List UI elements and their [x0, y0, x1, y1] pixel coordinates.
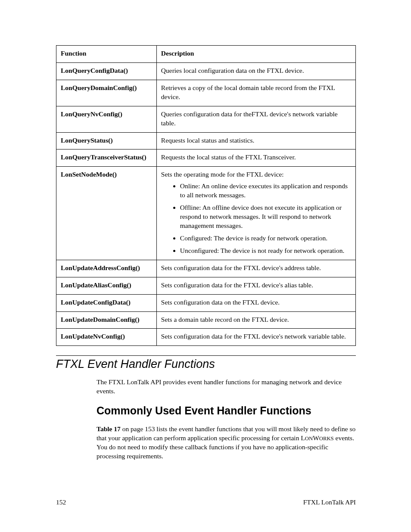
table-row: LonSetNodeMode() Sets the operating mode… [56, 167, 356, 260]
table-row: LonQueryTransceiverStatus() Requests the… [56, 149, 356, 167]
api-functions-table: Function Description LonQueryConfigData(… [56, 45, 356, 346]
fn-desc: Requests the local status of the FTXL Tr… [156, 149, 355, 167]
fn-desc: Queries local configuration data on the … [156, 62, 355, 80]
col-header-function: Function [56, 46, 157, 63]
subsection-title: Commonly Used Event Handler Functions [97, 404, 356, 418]
footer-title: FTXL LonTalk API [303, 498, 356, 506]
col-header-description: Description [156, 46, 355, 63]
fn-desc: Sets configuration data for the FTXL dev… [156, 329, 355, 346]
section-intro: The FTXL LonTalk API provides event hand… [97, 378, 356, 396]
fn-desc: Sets configuration data for the FTXL dev… [156, 260, 355, 277]
fn-name: LonQueryNvConfig() [56, 106, 157, 132]
table-row: LonUpdateAliasConfig() Sets configuratio… [56, 277, 356, 294]
fn-name: LonSetNodeMode() [56, 167, 157, 260]
list-item: Offline: An offline device does not exec… [180, 203, 351, 230]
table-row: LonUpdateNvConfig() Sets configuration d… [56, 329, 356, 346]
table-row: LonUpdateDomainConfig() Sets a domain ta… [56, 311, 356, 329]
fn-name: LonQueryStatus() [56, 132, 157, 149]
table-row: LonUpdateConfigData() Sets configuration… [56, 294, 356, 311]
table-row: LonQueryDomainConfig() Retrieves a copy … [56, 80, 356, 106]
fn-desc: Sets configuration data for the FTXL dev… [156, 277, 355, 294]
section-body: The FTXL LonTalk API provides event hand… [97, 378, 356, 461]
page-footer: 152 FTXL LonTalk API [56, 498, 356, 506]
fn-desc: Sets the operating mode for the FTXL dev… [156, 167, 355, 260]
fn-name: LonQueryDomainConfig() [56, 80, 157, 106]
mode-intro: Sets the operating mode for the FTXL dev… [161, 171, 284, 178]
section-divider [56, 355, 356, 356]
page-number: 152 [56, 498, 66, 506]
page: Function Description LonQueryConfigData(… [0, 0, 411, 532]
fn-desc: Requests local status and statistics. [156, 132, 355, 149]
fn-desc: Sets a domain table record on the FTXL d… [156, 311, 355, 329]
fn-name: LonUpdateDomainConfig() [56, 311, 157, 329]
fn-name: LonUpdateAddressConfig() [56, 260, 157, 277]
fn-name: LonUpdateNvConfig() [56, 329, 157, 346]
fn-name: LonQueryConfigData() [56, 62, 157, 80]
fn-desc: Queries configuration data for theFTXL d… [156, 106, 355, 132]
list-item: Online: An online device executes its ap… [180, 182, 351, 200]
section-title: FTXL Event Handler Functions [56, 358, 356, 371]
fn-desc: Sets configuration data on the FTXL devi… [156, 294, 355, 311]
fn-name: LonQueryTransceiverStatus() [56, 149, 157, 167]
table-header-row: Function Description [56, 46, 356, 63]
table-row: LonQueryConfigData() Queries local confi… [56, 62, 356, 80]
fn-desc: Retrieves a copy of the local domain tab… [156, 80, 355, 106]
table-row: LonQueryNvConfig() Queries configuration… [56, 106, 356, 132]
fn-name: LonUpdateConfigData() [56, 294, 157, 311]
list-item: Unconfigured: The device is not ready fo… [180, 246, 351, 255]
table-row: LonUpdateAddressConfig() Sets configurat… [56, 260, 356, 277]
subsection-paragraph: Table 17 on page 153 lists the event han… [97, 425, 356, 461]
mode-list: Online: An online device executes its ap… [161, 182, 351, 255]
fn-name: LonUpdateAliasConfig() [56, 277, 157, 294]
table-row: LonQueryStatus() Requests local status a… [56, 132, 356, 149]
list-item: Configured: The device is ready for netw… [180, 234, 351, 243]
table-ref: Table 17 [97, 425, 121, 432]
